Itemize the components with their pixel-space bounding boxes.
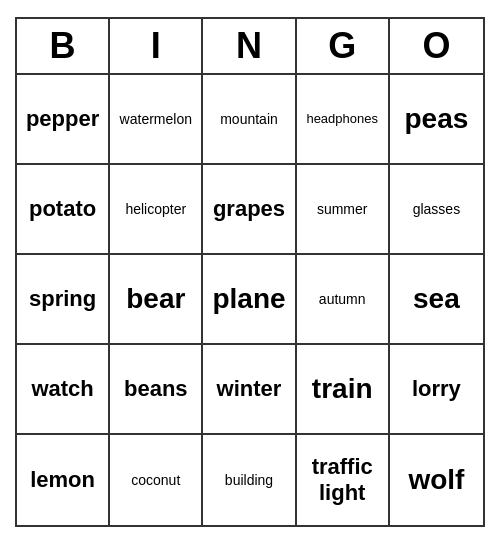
cell-text: coconut [131,472,180,489]
bingo-cell: train [297,345,390,435]
bingo-card: BINGO pepperwatermelonmountainheadphones… [15,17,485,527]
cell-text: sea [413,282,460,316]
cell-text: wolf [408,463,464,497]
cell-text: headphones [306,111,378,127]
bingo-cell: pepper [17,75,110,165]
bingo-cell: watermelon [110,75,203,165]
bingo-cell: grapes [203,165,296,255]
bingo-cell: watch [17,345,110,435]
bingo-cell: headphones [297,75,390,165]
cell-text: glasses [413,201,460,218]
header-letter: B [17,19,110,73]
bingo-cell: summer [297,165,390,255]
cell-text: bear [126,282,185,316]
cell-text: winter [217,376,282,402]
bingo-cell: glasses [390,165,483,255]
bingo-header: BINGO [17,19,483,75]
cell-text: building [225,472,273,489]
bingo-cell: lemon [17,435,110,525]
header-letter: G [297,19,390,73]
bingo-cell: coconut [110,435,203,525]
cell-text: potato [29,196,96,222]
cell-text: train [312,372,373,406]
cell-text: pepper [26,106,99,132]
cell-text: mountain [220,111,278,128]
bingo-cell: helicopter [110,165,203,255]
bingo-cell: plane [203,255,296,345]
cell-text: summer [317,201,368,218]
cell-text: peas [404,102,468,136]
cell-text: watermelon [120,111,192,128]
header-letter: O [390,19,483,73]
bingo-cell: traffic light [297,435,390,525]
bingo-cell: winter [203,345,296,435]
cell-text: watch [31,376,93,402]
bingo-cell: autumn [297,255,390,345]
header-letter: N [203,19,296,73]
bingo-cell: mountain [203,75,296,165]
bingo-cell: sea [390,255,483,345]
bingo-cell: beans [110,345,203,435]
cell-text: lemon [30,467,95,493]
bingo-cell: peas [390,75,483,165]
cell-text: helicopter [125,201,186,218]
bingo-cell: building [203,435,296,525]
bingo-cell: lorry [390,345,483,435]
header-letter: I [110,19,203,73]
cell-text: plane [212,282,285,316]
cell-text: traffic light [301,454,384,507]
bingo-cell: bear [110,255,203,345]
bingo-grid: pepperwatermelonmountainheadphonespeaspo… [17,75,483,525]
cell-text: autumn [319,291,366,308]
bingo-cell: wolf [390,435,483,525]
cell-text: spring [29,286,96,312]
bingo-cell: potato [17,165,110,255]
cell-text: grapes [213,196,285,222]
bingo-cell: spring [17,255,110,345]
cell-text: beans [124,376,188,402]
cell-text: lorry [412,376,461,402]
